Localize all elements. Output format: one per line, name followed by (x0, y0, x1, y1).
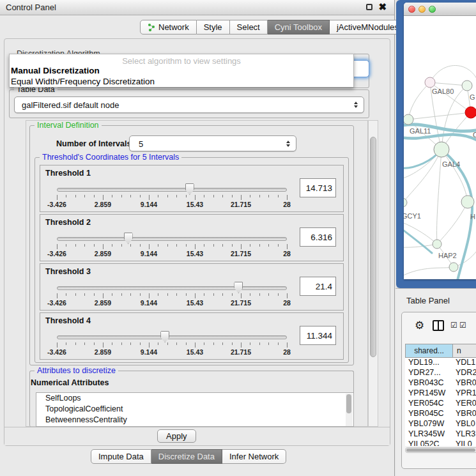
threshold-3-panel: Threshold 3 -3.4262.8599.14415.4321.7152… (40, 263, 344, 311)
apply-button[interactable]: Apply (157, 429, 196, 443)
tab-cyni-toolbox[interactable]: Cyni Toolbox (268, 20, 330, 35)
interval-definition-legend: Interval Definition (35, 121, 102, 130)
list-scrollbar-track[interactable] (346, 394, 353, 427)
network-node[interactable] (404, 114, 413, 125)
slider-thumb[interactable] (124, 233, 133, 244)
tab-impute-data[interactable]: Impute Data (91, 449, 151, 464)
threshold-1-slider[interactable]: -3.4262.8599.14415.4321.71528 (40, 165, 296, 213)
table-panel-title: Table Panel (406, 296, 450, 305)
dropdown-option-equal-width[interactable]: Equal Width/Frequency Discretization (10, 77, 353, 88)
tab-label: Impute Data (98, 452, 144, 461)
slider-track[interactable] (57, 286, 287, 290)
table-row[interactable]: YBR045CYBR0 (405, 409, 476, 419)
table-row[interactable]: YLR345WYLR3 (405, 429, 476, 440)
tab-label: Cyni Toolbox (275, 22, 322, 32)
tab-infer-network[interactable]: Infer Network (222, 449, 286, 464)
list-scrollbar-thumb[interactable] (346, 394, 351, 413)
network-node[interactable] (465, 107, 476, 118)
zoom-window-icon[interactable] (429, 6, 436, 13)
threshold-3-value-field[interactable] (300, 277, 336, 296)
node-label: GAL11 (410, 127, 431, 135)
slider-thumb[interactable] (234, 282, 243, 293)
split-columns-icon[interactable] (433, 320, 444, 331)
attribute-item[interactable]: BetweennessCentrality (36, 415, 353, 426)
float-panel-icon[interactable] (366, 4, 372, 10)
slider-track[interactable] (57, 335, 287, 339)
attribute-item[interactable]: SelfLoops (36, 393, 353, 404)
tab-label: Style (204, 22, 222, 32)
table-row[interactable]: YIL052CYIL0 (405, 440, 476, 446)
threshold-4-value-field[interactable] (300, 326, 336, 345)
slider-tick-labels: -3.4262.8599.14415.4321.71528 (57, 348, 287, 356)
table-row[interactable]: YBL079WYBL0 (405, 419, 476, 429)
apply-bar: Apply (4, 427, 390, 445)
dropdown-option-manual[interactable]: Manual Discretization (10, 66, 353, 77)
table-row[interactable]: YBR043CYBR0 (405, 378, 476, 388)
network-node[interactable] (433, 240, 441, 249)
column-header-name[interactable]: n (453, 344, 476, 357)
close-window-icon[interactable] (408, 6, 415, 13)
threshold-2-slider[interactable]: -3.4262.8599.14415.4321.71528 (40, 215, 296, 262)
attribute-items-container: SelfLoopsTopologicalCoefficientBetweenne… (36, 393, 353, 426)
table-row[interactable]: YER054CYER0 (405, 399, 476, 409)
tab-network[interactable]: Network (140, 20, 197, 35)
network-canvas[interactable]: GAL80GAL11GAL4GCY1HHAP2GC (404, 16, 476, 279)
network-window-titlebar (404, 3, 476, 16)
vertical-scrollbar-thumb[interactable] (370, 137, 376, 357)
numerical-attributes-label: Numerical Attributes (31, 378, 109, 387)
tab-select[interactable]: Select (230, 20, 268, 35)
panel-title: Control Panel (6, 3, 56, 12)
threshold-2-value-field[interactable] (300, 227, 336, 247)
slider-track[interactable] (57, 237, 287, 241)
minimize-window-icon[interactable] (418, 6, 426, 13)
table-panel-box: ⚙ ☑ ☑ shared... n YDL19...YDL1YDR27...YD… (401, 312, 476, 469)
table-data-value: galFiltered.sif default node (22, 100, 119, 110)
table-panel: Table Panel ⚙ ☑ ☑ shared... n YDL19...YD… (395, 288, 476, 476)
network-window-frame: GAL80GAL11GAL4GCY1HHAP2GC (396, 0, 476, 288)
table-row[interactable]: YDL19...YDL1 (405, 358, 476, 368)
slider-track[interactable] (57, 188, 287, 192)
threshold-4-slider[interactable]: -3.4262.8599.14415.4321.71528 (40, 313, 296, 360)
node-label: GCY1 (404, 212, 421, 220)
table-data-combobox[interactable]: galFiltered.sif default node (14, 96, 364, 113)
tab-jactivemnodules[interactable]: jActiveMNodules (330, 20, 406, 35)
network-node[interactable] (434, 142, 449, 157)
tab-label: jActiveMNodules (337, 22, 399, 32)
table-row[interactable]: YPR145WYPR1 (405, 388, 476, 399)
slider-thumb[interactable] (185, 183, 194, 195)
network-graph: GAL80GAL11GAL4GCY1HHAP2GC (404, 16, 476, 279)
threshold-1-value-field[interactable] (300, 178, 336, 197)
thresholds-legend: Threshold's Coordinates for 5 Intervals (40, 153, 181, 162)
checkbox-icon[interactable]: ☑ (450, 321, 457, 330)
gear-icon[interactable]: ⚙ (415, 319, 424, 332)
slider-ticks (57, 342, 287, 348)
attribute-item[interactable]: TopologicalCoefficient (36, 404, 353, 415)
network-node[interactable] (449, 263, 458, 272)
algorithm-dropdown-popup: Select algorithm to view settings Manual… (9, 54, 354, 88)
slider-ticks (57, 195, 287, 201)
tab-label: Discretize Data (158, 452, 215, 461)
close-panel-icon[interactable]: ✖ (378, 1, 387, 13)
tab-discretize-data[interactable]: Discretize Data (151, 449, 222, 464)
horizontal-scrollbar-thumb[interactable] (406, 449, 475, 452)
threshold-3-slider[interactable]: -3.4262.8599.14415.4321.71528 (40, 264, 296, 311)
number-of-intervals-combobox[interactable]: 5 (129, 135, 296, 151)
slider-thumb[interactable] (160, 331, 169, 342)
network-node[interactable] (425, 77, 435, 88)
threshold-1-panel: Threshold 1 -3.4262.8599.14415.4321.7152… (40, 165, 344, 212)
horizontal-scrollbar-track[interactable] (405, 447, 476, 453)
number-of-intervals-label: Number of Intervals (56, 139, 131, 148)
network-node[interactable] (404, 198, 407, 207)
checkbox-icon[interactable]: ☑ (459, 321, 466, 330)
network-node[interactable] (461, 196, 474, 208)
table-body: YDL19...YDL1YDR27...YDR2YBR043CYBR0YPR14… (405, 358, 476, 446)
tab-style[interactable]: Style (197, 20, 230, 35)
column-header-shared-name[interactable]: shared... (406, 344, 453, 357)
numerical-attributes-list[interactable]: SelfLoopsTopologicalCoefficientBetweenne… (36, 392, 354, 427)
control-panel: Control Panel ✖ Network Style Select Cyn… (0, 0, 395, 476)
network-window[interactable]: GAL80GAL11GAL4GCY1HHAP2GC (404, 3, 476, 279)
table-row[interactable]: YDR27...YDR2 (405, 368, 476, 378)
node-table: shared... n YDL19...YDL1YDR27...YDR2YBR0… (405, 344, 476, 446)
network-node[interactable] (462, 81, 472, 91)
dropdown-placeholder: Select algorithm to view settings (10, 56, 353, 66)
